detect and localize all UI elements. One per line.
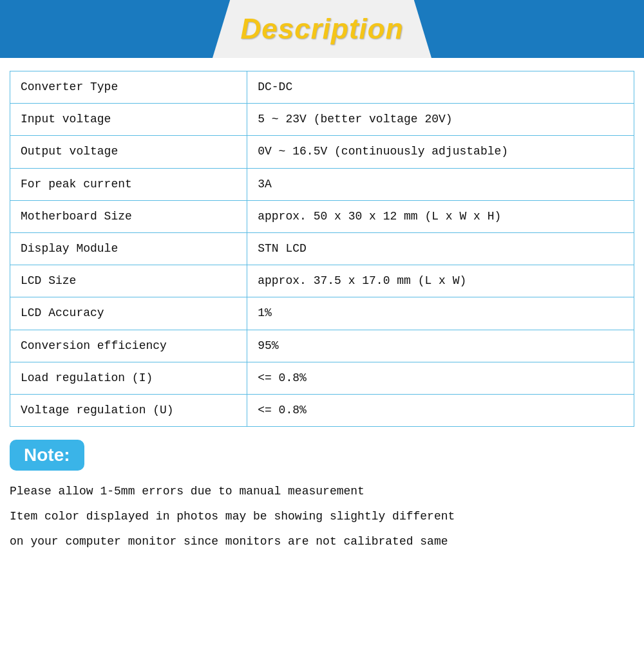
row-label: Voltage regulation (U) [10,394,247,426]
row-value: 5 ~ 23V (better voltage 20V) [247,104,634,136]
row-label: Display Module [10,232,247,265]
note-line: Please allow 1-5mm errors due to manual … [10,482,634,501]
table-row: Conversion efficiency95% [10,330,634,362]
note-line: on your computer monitor since monitors … [10,532,634,551]
row-label: Load regulation (I) [10,362,247,394]
note-line: Item color displayed in photos may be sh… [10,507,634,526]
row-value: 95% [247,330,634,362]
table-row: LCD Sizeapprox. 37.5 x 17.0 mm (L x W) [10,265,634,297]
row-label: LCD Size [10,265,247,297]
table-row: Input voltage5 ~ 23V (better voltage 20V… [10,104,634,136]
row-value: DC-DC [247,71,634,104]
row-value: 1% [247,297,634,330]
table-row: For peak current3A [10,168,634,200]
header-center-shape: Description [213,0,431,58]
row-value: <= 0.8% [247,362,634,394]
row-label: Input voltage [10,104,247,136]
row-label: Conversion efficiency [10,330,247,362]
note-badge: Note: [10,440,84,471]
row-label: For peak current [10,168,247,200]
note-section: Note: Please allow 1-5mm errors due to m… [10,440,634,550]
page-title: Description [240,13,403,45]
row-value: <= 0.8% [247,394,634,426]
row-label: Output voltage [10,136,247,168]
table-row: Display ModuleSTN LCD [10,232,634,265]
row-value: 3A [247,168,634,200]
row-value: 0V ~ 16.5V (continuously adjustable) [247,136,634,168]
specs-table: Converter TypeDC-DCInput voltage5 ~ 23V … [10,71,634,427]
table-row: Output voltage0V ~ 16.5V (continuously a… [10,136,634,168]
row-label: Converter Type [10,71,247,104]
table-row: LCD Accuracy1% [10,297,634,330]
row-value: STN LCD [247,232,634,265]
header-banner: Description [0,0,644,58]
table-row: Load regulation (I)<= 0.8% [10,362,634,394]
row-label: Motherboard Size [10,200,247,232]
row-label: LCD Accuracy [10,297,247,330]
table-row: Motherboard Sizeapprox. 50 x 30 x 12 mm … [10,200,634,232]
table-row: Converter TypeDC-DC [10,71,634,104]
row-value: approx. 37.5 x 17.0 mm (L x W) [247,265,634,297]
note-lines: Please allow 1-5mm errors due to manual … [10,482,634,550]
row-value: approx. 50 x 30 x 12 mm (L x W x H) [247,200,634,232]
table-row: Voltage regulation (U)<= 0.8% [10,394,634,426]
